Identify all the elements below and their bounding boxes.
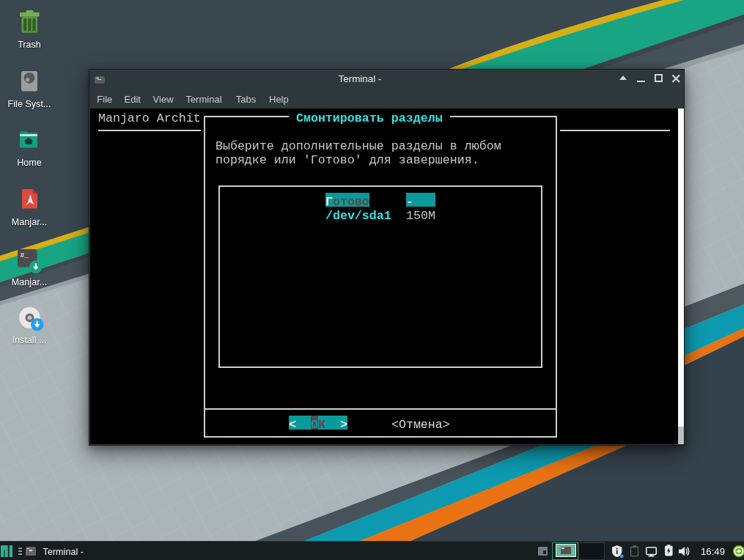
- svg-text:#_: #_: [21, 251, 29, 259]
